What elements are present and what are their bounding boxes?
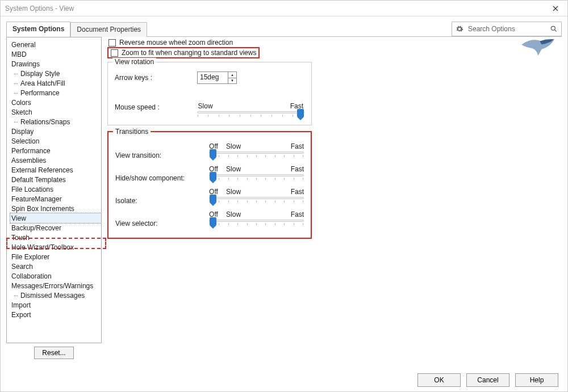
slider-slow-label: Slow: [225, 165, 281, 173]
sidebar-item-performance[interactable]: Performance: [10, 88, 101, 98]
arrow-keys-value[interactable]: 15deg: [197, 71, 228, 84]
main-panel: Reverse mouse wheel zoom direction Zoom …: [107, 37, 562, 363]
window-title: System Options - View: [5, 5, 74, 12]
transition-thumb[interactable]: [210, 172, 216, 181]
sidebar-item-search[interactable]: Search: [10, 262, 101, 271]
transition-row: View transition: Off Slow Fast: [115, 142, 304, 159]
close-icon: [553, 6, 558, 11]
sidebar-item-file-locations[interactable]: File Locations: [10, 184, 101, 194]
view-rotation-group: View rotation Arrow keys : 15deg ▲ ▼ Mou…: [107, 62, 312, 125]
spinner-up-icon[interactable]: ▲: [228, 72, 236, 78]
sidebar-item-collaboration[interactable]: Collaboration: [10, 271, 101, 281]
transition-thumb[interactable]: [210, 195, 216, 204]
sidebar-item-selection[interactable]: Selection: [10, 136, 101, 146]
bird-logo: [520, 35, 556, 58]
transition-label: View selector:: [115, 210, 204, 227]
sidebar-item-general[interactable]: General: [10, 40, 101, 49]
reverse-wheel-row[interactable]: Reverse mouse wheel zoom direction: [107, 38, 562, 47]
system-options-dialog: System Options - View System Options Doc…: [0, 0, 568, 392]
transition-thumb[interactable]: [210, 217, 216, 226]
search-icon: [550, 25, 558, 33]
sidebar-item-featuremanager[interactable]: FeatureManager: [10, 194, 101, 204]
tabs: System Options Document Properties: [6, 21, 147, 36]
transition-label: Hide/show component:: [115, 165, 204, 182]
svg-point-0: [551, 26, 555, 30]
arrow-keys-label: Arrow keys :: [115, 74, 186, 82]
sidebar-item-colors[interactable]: Colors: [10, 98, 101, 107]
tab-system-options[interactable]: System Options: [6, 22, 70, 37]
cancel-button[interactable]: Cancel: [466, 373, 509, 387]
sidebar-item-view[interactable]: View: [10, 213, 101, 223]
mouse-speed-thumb[interactable]: [297, 109, 304, 118]
transitions-title: Transitions: [113, 128, 151, 136]
tab-document-properties[interactable]: Document Properties: [70, 22, 147, 37]
transition-label: View transition:: [115, 142, 204, 159]
arrow-keys-stepper[interactable]: 15deg ▲ ▼: [197, 71, 237, 84]
sidebar-item-display[interactable]: Display: [10, 127, 101, 136]
reverse-wheel-checkbox[interactable]: [108, 39, 116, 47]
sidebar-item-touch[interactable]: Touch: [10, 233, 101, 242]
titlebar: System Options - View: [1, 1, 567, 16]
transition-thumb[interactable]: [210, 149, 216, 158]
sidebar-item-sketch[interactable]: Sketch: [10, 107, 101, 117]
sidebar-item-drawings[interactable]: Drawings: [10, 59, 101, 69]
sidebar-item-export[interactable]: Export: [10, 310, 101, 319]
slider-slow-label: Slow: [225, 188, 281, 196]
sidebar-item-import[interactable]: Import: [10, 300, 101, 310]
search-input[interactable]: [467, 24, 546, 33]
sidebar-item-messages-errors-warnings[interactable]: Messages/Errors/Warnings: [10, 281, 101, 290]
help-button[interactable]: Help: [515, 373, 558, 387]
sidebar-item-file-explorer[interactable]: File Explorer: [10, 252, 101, 262]
sidebar-item-default-templates[interactable]: Default Templates: [10, 175, 101, 184]
sidebar-item-spin-box-increments[interactable]: Spin Box Increments: [10, 204, 101, 213]
sidebar-item-mbd[interactable]: MBD: [10, 49, 101, 59]
close-button[interactable]: [544, 1, 567, 16]
ok-button[interactable]: OK: [417, 373, 461, 387]
slider-fast-label: Fast: [281, 165, 304, 173]
transition-slider[interactable]: [209, 197, 304, 199]
mouse-speed-slow: Slow: [198, 102, 213, 110]
zoom-to-fit-label: Zoom to fit when changing to standard vi…: [122, 49, 256, 57]
slider-slow-label: Slow: [225, 210, 281, 218]
view-rotation-title: View rotation: [112, 58, 156, 66]
transition-row: View selector: Off Slow Fast: [115, 210, 304, 227]
reverse-wheel-label: Reverse mouse wheel zoom direction: [119, 39, 233, 47]
mouse-speed-label: Mouse speed :: [115, 94, 186, 111]
mouse-speed-slider[interactable]: [197, 111, 304, 113]
highlight-zoom-to-fit: Zoom to fit when changing to standard vi…: [107, 47, 260, 58]
slider-slow-label: Slow: [225, 142, 281, 150]
transitions-group-highlight: Transitions View transition: Off Slow Fa…: [107, 131, 312, 239]
dialog-footer: OK Cancel Help: [1, 369, 567, 391]
sidebar-item-hole-wizard-toolbox[interactable]: Hole Wizard/Toolbox: [10, 242, 101, 252]
transition-row: Hide/show component: Off Slow Fast: [115, 165, 304, 182]
reset-button[interactable]: Reset...: [34, 347, 74, 359]
sidebar-item-performance[interactable]: Performance: [10, 146, 101, 155]
zoom-to-fit-row[interactable]: Zoom to fit when changing to standard vi…: [110, 48, 257, 57]
gear-icon: [456, 25, 463, 33]
transition-slider[interactable]: [209, 174, 304, 176]
sidebar-item-external-references[interactable]: External References: [10, 165, 101, 175]
category-tree[interactable]: GeneralMBDDrawingsDisplay StyleArea Hatc…: [6, 37, 102, 343]
slider-fast-label: Fast: [281, 210, 304, 218]
sidebar-item-area-hatch-fill[interactable]: Area Hatch/Fill: [10, 78, 101, 88]
sidebar-item-display-style[interactable]: Display Style: [10, 69, 101, 78]
slider-fast-label: Fast: [281, 188, 304, 196]
sidebar-item-backup-recover[interactable]: Backup/Recover: [10, 223, 101, 233]
sidebar-item-dismissed-messages[interactable]: Dismissed Messages: [10, 290, 101, 300]
zoom-to-fit-checkbox[interactable]: [111, 49, 118, 57]
transition-label: Isolate:: [115, 188, 204, 205]
transition-slider[interactable]: [209, 220, 304, 222]
arrow-keys-spinner[interactable]: ▲ ▼: [228, 71, 237, 84]
sidebar-item-assemblies[interactable]: Assemblies: [10, 155, 101, 165]
transition-row: Isolate: Off Slow Fast: [115, 188, 304, 205]
sidebar-item-relations-snaps[interactable]: Relations/Snaps: [10, 117, 101, 127]
slider-fast-label: Fast: [281, 142, 304, 150]
spinner-down-icon[interactable]: ▼: [228, 78, 236, 84]
transition-slider[interactable]: [209, 151, 304, 154]
